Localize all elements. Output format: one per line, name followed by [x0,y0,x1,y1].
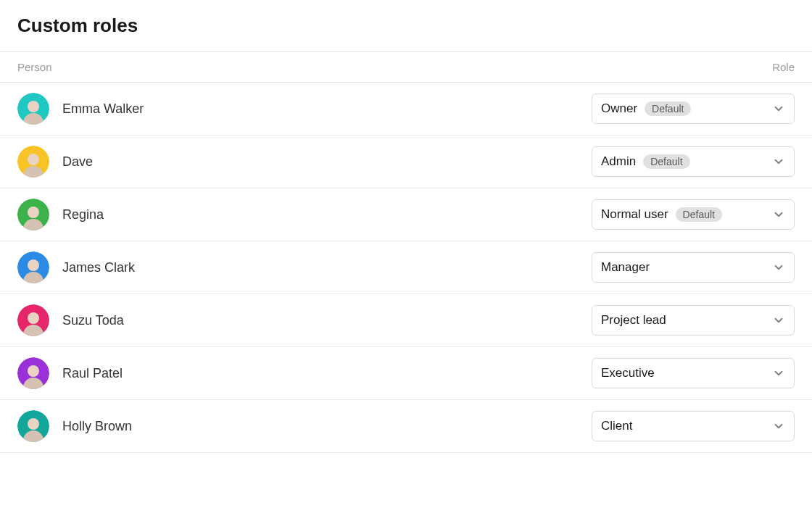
chevron-down-icon [772,102,785,115]
person-name: Regina [62,207,104,222]
person-name: Holly Brown [62,419,132,434]
default-badge: Default [643,154,689,169]
person-name: Raul Patel [62,366,123,381]
table-row: Raul Patel Executive Default [0,347,812,400]
roles-table: Person Role Emma Walker Owner Default [0,51,812,453]
person-cell: Suzu Toda [17,304,592,336]
person-cell: Holly Brown [17,410,592,442]
chevron-down-icon [772,261,785,274]
chevron-down-icon [772,208,785,221]
avatar [17,146,49,178]
default-badge: Default [676,207,722,222]
role-label: Project lead [601,313,666,328]
role-select[interactable]: Project lead Default [592,305,795,336]
role-cell: Project lead Default [592,305,795,336]
role-label: Admin [601,154,636,169]
chevron-down-icon [772,155,785,168]
person-cell: Regina [17,199,592,230]
person-name: James Clark [62,260,135,275]
table-row: Holly Brown Client Default [0,400,812,453]
role-cell: Manager Default [592,252,795,283]
avatar [17,410,49,442]
person-cell: Dave [17,146,592,178]
avatar [17,357,49,389]
chevron-down-icon [772,367,785,380]
chevron-down-icon [772,420,785,433]
table-row: Dave Admin Default [0,136,812,188]
role-label: Owner [601,101,637,116]
column-header-role: Role [592,61,795,73]
table-row: Suzu Toda Project lead Default [0,294,812,347]
person-name: Dave [62,154,93,170]
role-cell: Admin Default [592,146,795,177]
table-row: Regina Normal user Default [0,188,812,241]
role-cell: Executive Default [592,358,795,388]
avatar [17,93,49,125]
chevron-down-icon [772,314,785,327]
avatar [17,199,49,230]
role-cell: Normal user Default [592,199,795,230]
role-label: Normal user [601,207,668,222]
role-label: Manager [601,260,650,275]
role-label: Executive [601,366,655,380]
role-select[interactable]: Admin Default [592,146,795,177]
page-title: Custom roles [0,14,812,51]
table-header: Person Role [0,51,812,83]
role-label: Client [601,419,632,433]
avatar [17,304,49,336]
table-row: James Clark Manager Default [0,241,812,294]
role-cell: Owner Default [592,93,795,124]
person-name: Emma Walker [62,101,144,117]
default-badge: Default [645,101,691,116]
person-cell: James Clark [17,251,592,283]
person-name: Suzu Toda [62,313,124,328]
person-cell: Raul Patel [17,357,592,389]
column-header-person: Person [17,61,592,73]
avatar [17,251,49,283]
role-select[interactable]: Owner Default [592,93,795,124]
role-select[interactable]: Executive Default [592,358,795,388]
table-row: Emma Walker Owner Default [0,83,812,136]
person-cell: Emma Walker [17,93,592,125]
role-select[interactable]: Client Default [592,411,795,441]
role-cell: Client Default [592,411,795,441]
role-select[interactable]: Normal user Default [592,199,795,230]
role-select[interactable]: Manager Default [592,252,795,283]
